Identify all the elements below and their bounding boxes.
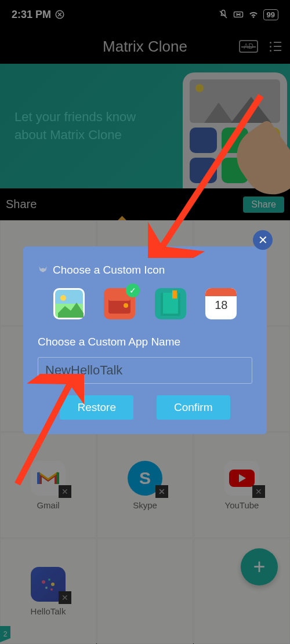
- icon-options: ✓ 18: [38, 288, 252, 319]
- icon-option-wallet[interactable]: ✓: [104, 288, 135, 319]
- svg-rect-10: [108, 295, 130, 301]
- confirm-button[interactable]: Confirm: [157, 395, 230, 420]
- icon-option-book[interactable]: [155, 288, 186, 319]
- fox-icon: [38, 265, 48, 275]
- icon-option-gallery[interactable]: [53, 288, 85, 319]
- modal-title: Choose a Custom Icon: [53, 264, 165, 276]
- modal-subtitle: Choose a Custom App Name: [38, 336, 252, 348]
- svg-line-15: [162, 96, 261, 246]
- svg-point-11: [124, 303, 128, 308]
- selected-check-icon: ✓: [126, 283, 140, 297]
- svg-point-8: [60, 295, 66, 301]
- annotation-arrow-2: [9, 374, 84, 490]
- svg-rect-14: [172, 290, 177, 299]
- svg-line-16: [17, 384, 70, 484]
- annotation-arrow-1: [148, 90, 270, 258]
- icon-option-calendar[interactable]: 18: [205, 288, 237, 319]
